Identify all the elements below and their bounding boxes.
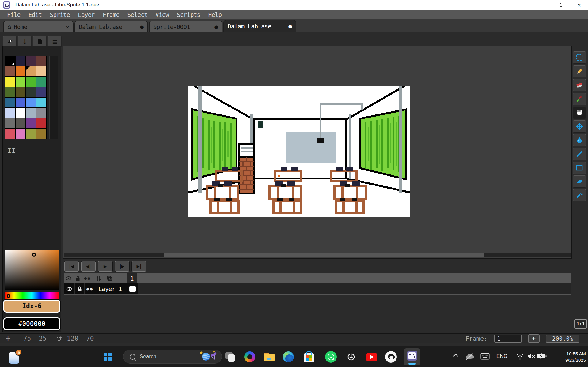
- spray-tool-button[interactable]: [573, 189, 586, 201]
- layer-lock-toggle[interactable]: [75, 283, 84, 294]
- task-view-button[interactable]: [224, 351, 236, 363]
- palette-swatch[interactable]: [5, 98, 15, 107]
- layer-visibility-toggle[interactable]: [64, 283, 74, 294]
- language-indicator[interactable]: ENG: [496, 353, 508, 359]
- palette-swatch[interactable]: [5, 77, 15, 87]
- layer-lock-header[interactable]: [73, 273, 82, 283]
- palette-swatch[interactable]: [16, 98, 25, 107]
- palette-swatch[interactable]: [5, 118, 15, 128]
- tab-home[interactable]: ⌂ Home ×: [3, 21, 74, 32]
- eraser-tool-button[interactable]: [573, 79, 586, 91]
- volume-muted-tray-icon[interactable]: [527, 353, 536, 360]
- menu-item[interactable]: Layer: [74, 11, 99, 18]
- palette-swatch[interactable]: [36, 118, 46, 128]
- line-tool-button[interactable]: [573, 148, 586, 160]
- hue-slider-marker[interactable]: [7, 294, 10, 298]
- menu-item[interactable]: Scripts: [173, 11, 204, 18]
- playback-button[interactable]: ◀|: [81, 261, 96, 272]
- palette-swatch[interactable]: [26, 77, 36, 87]
- menu-item[interactable]: Frame: [99, 11, 123, 18]
- battery-charging-tray-icon[interactable]: [537, 353, 547, 359]
- palette-swatch[interactable]: [36, 66, 46, 76]
- file-explorer-button[interactable]: [263, 351, 275, 363]
- pixel-ratio-button[interactable]: 1:1: [574, 319, 587, 329]
- palette-swatch[interactable]: [36, 56, 46, 66]
- palette-resize-handle[interactable]: II: [8, 147, 16, 154]
- palette-swatch[interactable]: [36, 129, 46, 139]
- menu-item[interactable]: Sprite: [46, 11, 74, 18]
- palette-swatch[interactable]: [5, 129, 15, 139]
- menu-item[interactable]: Select: [123, 11, 152, 18]
- microsoft-store-button[interactable]: [303, 351, 315, 363]
- libresprite-taskbar-button[interactable]: [404, 348, 420, 365]
- maximize-button[interactable]: [552, 0, 570, 10]
- youtube-button[interactable]: [366, 351, 378, 363]
- move-tool-button[interactable]: [573, 120, 586, 133]
- menu-item[interactable]: Edit: [25, 11, 46, 18]
- start-button[interactable]: [104, 353, 112, 361]
- palette-swatch[interactable]: [26, 87, 36, 97]
- menu-item[interactable]: File: [3, 11, 25, 18]
- chatgpt-button[interactable]: [345, 351, 357, 363]
- menu-item[interactable]: Help: [204, 11, 226, 18]
- palette-swatch[interactable]: [36, 98, 46, 107]
- palette-swatch[interactable]: [36, 77, 46, 87]
- tab-dalam-lab[interactable]: Dalam Lab.ase ●: [74, 21, 148, 32]
- palette-swatch[interactable]: [26, 108, 36, 118]
- edge-button[interactable]: [282, 351, 294, 363]
- continuous-header[interactable]: ●●: [82, 273, 93, 283]
- rectangular-marquee-tool-button[interactable]: [573, 51, 586, 64]
- playback-button[interactable]: ▶|: [131, 261, 146, 272]
- onedrive-tray-button[interactable]: [465, 353, 475, 361]
- palette-swatch[interactable]: [16, 129, 25, 139]
- touch-keyboard-button[interactable]: [480, 353, 490, 360]
- palette-swatch[interactable]: [16, 56, 25, 66]
- github-button[interactable]: [385, 351, 397, 363]
- paint-bucket-tool-button[interactable]: [573, 134, 586, 146]
- tab-sprite-0001[interactable]: Sprite-0001 ●: [149, 21, 222, 32]
- canvas-editor[interactable]: [63, 46, 572, 259]
- widgets-button[interactable]: 5: [9, 350, 22, 365]
- palette-swatch[interactable]: [26, 56, 36, 66]
- cel-settings-header[interactable]: [93, 273, 104, 283]
- palette-swatch[interactable]: [26, 118, 36, 128]
- playback-button[interactable]: ▶: [98, 261, 113, 272]
- layer-name[interactable]: Layer 1: [95, 283, 127, 294]
- copilot-button[interactable]: [244, 351, 256, 363]
- palette-scrollbar[interactable]: [49, 56, 58, 139]
- sprite-canvas[interactable]: [188, 86, 410, 217]
- close-button[interactable]: ×: [570, 0, 588, 10]
- eyedropper-tool-button[interactable]: [573, 93, 586, 105]
- palette-swatch[interactable]: [36, 108, 46, 118]
- cel-thumbnail[interactable]: [127, 283, 138, 294]
- add-frame-button[interactable]: +: [528, 334, 540, 343]
- palette-swatch[interactable]: [26, 98, 36, 107]
- palette-swatch[interactable]: [16, 87, 25, 97]
- palette-index-button[interactable]: Idx-6: [3, 300, 60, 313]
- hex-color-field[interactable]: #000000: [3, 317, 60, 330]
- tab-dalam-lab-active[interactable]: Dalam Lab.ase ●: [223, 20, 296, 32]
- zoom-level[interactable]: 200.0%: [546, 335, 579, 343]
- whatsapp-button[interactable]: [325, 351, 337, 363]
- palette-swatch[interactable]: [16, 108, 25, 118]
- search-box[interactable]: Search: [123, 350, 222, 364]
- palette-swatch[interactable]: [5, 66, 15, 76]
- contour-tool-button[interactable]: [573, 175, 586, 188]
- layer-continuous-toggle[interactable]: ●●: [85, 283, 95, 294]
- scrollbar-thumb[interactable]: [164, 253, 484, 257]
- canvas-horizontal-scrollbar[interactable]: [64, 253, 571, 257]
- palette-swatch[interactable]: [36, 87, 46, 97]
- palette-swatch[interactable]: [26, 129, 36, 139]
- palette-swatch[interactable]: [5, 108, 15, 118]
- palette-swatch[interactable]: [16, 77, 25, 87]
- playback-button[interactable]: |▶: [115, 261, 130, 272]
- palette-swatch[interactable]: [16, 118, 25, 128]
- frame-header-1[interactable]: 1: [127, 273, 137, 283]
- frame-number-input[interactable]: 1: [494, 335, 522, 343]
- palette-swatch[interactable]: [16, 66, 25, 76]
- pencil-tool-button[interactable]: [573, 65, 586, 77]
- layer-visibility-header[interactable]: [64, 273, 73, 283]
- hand-tool-button[interactable]: [573, 107, 586, 119]
- saturation-value-picker[interactable]: [5, 250, 59, 290]
- sv-picker-marker[interactable]: [32, 253, 36, 257]
